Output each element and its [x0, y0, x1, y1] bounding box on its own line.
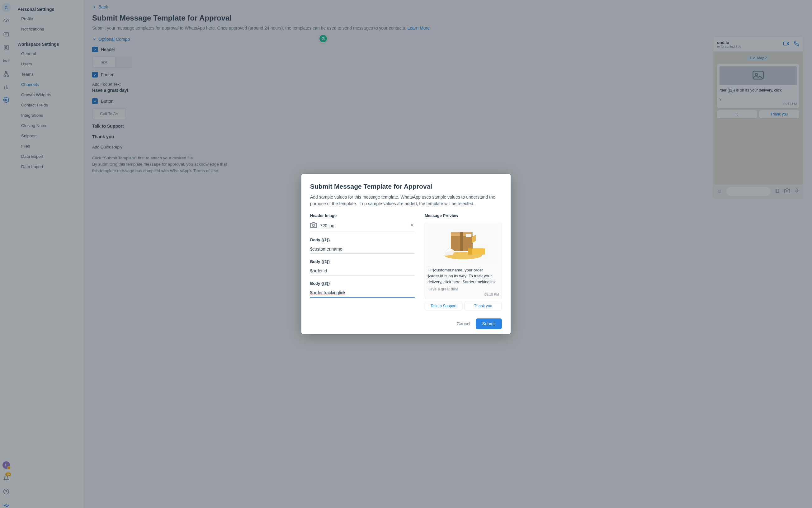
preview-timestamp: 05:19 PM	[427, 293, 499, 296]
body3-input[interactable]	[310, 288, 415, 298]
preview-image	[427, 224, 499, 265]
modal-overlay: Submit Message Template for Approval Add…	[0, 0, 812, 508]
preview-footer: Have a great day!	[427, 287, 499, 291]
svg-rect-20	[466, 234, 471, 237]
body2-input[interactable]	[310, 266, 415, 276]
body2-label: Body {{2}}	[310, 259, 415, 264]
modal-cancel-button[interactable]: Cancel	[457, 321, 470, 326]
header-image-label: Header Image	[310, 213, 415, 218]
body1-input[interactable]	[310, 245, 415, 254]
body1-label: Body {{1}}	[310, 238, 415, 242]
preview-quick-reply-2: Thank you	[464, 302, 502, 310]
clear-file-icon[interactable]	[410, 222, 415, 229]
preview-quick-reply-1: Talk to Support	[425, 302, 462, 310]
modal-submit-button[interactable]: Submit	[476, 319, 502, 329]
submit-template-modal: Submit Message Template for Approval Add…	[301, 174, 511, 334]
svg-rect-23	[468, 248, 472, 255]
modal-title: Submit Message Template for Approval	[310, 183, 502, 190]
message-preview-label: Message Preview	[425, 213, 502, 218]
modal-description: Add sample values for this message templ…	[310, 194, 502, 207]
svg-rect-19	[460, 232, 463, 251]
body3-label: Body {{3}}	[310, 281, 415, 286]
svg-point-16	[312, 224, 314, 226]
camera-icon[interactable]	[310, 222, 317, 230]
file-name: 720.jpg	[320, 223, 407, 228]
preview-body: Hi $customer.name, your order $order.id …	[427, 267, 499, 285]
